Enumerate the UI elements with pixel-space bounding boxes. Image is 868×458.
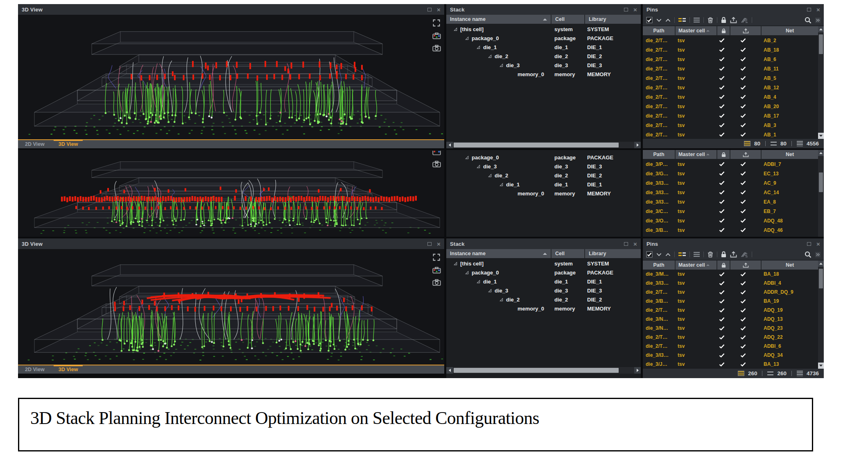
- table-row[interactable]: die_3/G… tsv BB_42: [643, 235, 818, 237]
- table-row[interactable]: die_3/I3… tsv AC_9: [643, 178, 818, 188]
- expander-icon[interactable]: [454, 27, 457, 31]
- check-icon[interactable]: [716, 132, 728, 137]
- camera-icon[interactable]: [432, 279, 441, 286]
- check-icon[interactable]: [728, 290, 758, 295]
- more-icon[interactable]: [815, 18, 821, 23]
- color-camera-icon[interactable]: [432, 267, 441, 274]
- horizontal-scrollbar[interactable]: [446, 367, 641, 374]
- check-icon[interactable]: [728, 344, 758, 349]
- float-window-icon[interactable]: [427, 242, 432, 246]
- check-icon[interactable]: [728, 281, 758, 286]
- expander-icon[interactable]: [500, 298, 503, 302]
- export-icon[interactable]: [730, 251, 737, 258]
- table-row[interactable]: die_2/T… tsv ADBI_6: [643, 342, 818, 351]
- table-row[interactable]: die_3/I3… tsv EA_8: [643, 197, 818, 206]
- column-header-net[interactable]: Net: [762, 150, 818, 159]
- column-header-master-cell[interactable]: Master cell: [676, 26, 717, 35]
- check-icon[interactable]: [728, 362, 758, 367]
- check-icon[interactable]: [716, 171, 728, 176]
- table-row[interactable]: die_3/M… tsv BA_18: [643, 270, 818, 279]
- camera-icon[interactable]: [432, 45, 441, 52]
- check-icon[interactable]: [728, 228, 758, 232]
- check-icon[interactable]: [716, 335, 728, 340]
- assign-icon[interactable]: [741, 252, 748, 258]
- check-icon[interactable]: [728, 326, 758, 331]
- check-icon[interactable]: [728, 85, 758, 90]
- horizontal-scrollbar[interactable]: [446, 142, 641, 148]
- check-icon[interactable]: [728, 308, 758, 313]
- stack-tree-row[interactable]: [this cell] system SYSTEM: [446, 25, 641, 34]
- column-header-lock[interactable]: [717, 261, 730, 270]
- scroll-down-button[interactable]: [818, 363, 824, 369]
- check-icon[interactable]: [728, 48, 758, 52]
- check-icon[interactable]: [716, 344, 728, 349]
- check-icon[interactable]: [716, 38, 728, 43]
- scroll-left-button[interactable]: [446, 367, 453, 374]
- table-row[interactable]: die_3/B… tsv BA_19: [643, 297, 818, 306]
- delete-icon[interactable]: [708, 251, 713, 258]
- check-icon[interactable]: [728, 57, 758, 61]
- column-header-lock[interactable]: [717, 26, 730, 35]
- table-row[interactable]: die_2/T… tsv AB_5: [643, 73, 818, 83]
- table-row[interactable]: die_2/T… tsv AB_18: [643, 45, 818, 54]
- column-header-cell[interactable]: Cell: [552, 15, 584, 24]
- stack-tree-row[interactable]: die_2 die_2 DIE_2: [446, 171, 641, 180]
- table-row[interactable]: die_3/B… tsv ADQ_46: [643, 225, 818, 235]
- expander-icon[interactable]: [488, 54, 492, 58]
- check-icon[interactable]: [728, 113, 758, 118]
- scroll-up-button[interactable]: [818, 26, 824, 32]
- expand-all-icon[interactable]: [656, 18, 662, 22]
- lock-icon[interactable]: [721, 251, 726, 258]
- 3d-viewport-3[interactable]: [18, 249, 444, 365]
- expander-icon[interactable]: [500, 63, 503, 67]
- check-icon[interactable]: [716, 123, 728, 127]
- check-icon[interactable]: [728, 132, 758, 137]
- stack-tree-row[interactable]: die_3 die_3 DIE_3: [446, 286, 641, 295]
- stack-tree-row[interactable]: package_0 package PACKAGE: [446, 34, 641, 43]
- column-header-cell[interactable]: Cell: [552, 249, 584, 258]
- scrollbar-thumb[interactable]: [819, 172, 823, 192]
- table-row[interactable]: die_3/G… tsv EC_13: [643, 169, 818, 178]
- check-icon[interactable]: [728, 162, 758, 166]
- table-row[interactable]: die_3/J… tsv BA_13: [643, 360, 818, 369]
- stack-tree-row[interactable]: die_1 die_1 DIE_1: [446, 43, 641, 52]
- export-icon[interactable]: [730, 17, 737, 23]
- collapse-all-icon[interactable]: [665, 18, 671, 22]
- check-icon[interactable]: [728, 299, 758, 304]
- float-window-icon[interactable]: [427, 8, 432, 11]
- stack-tree-row[interactable]: die_3 die_3 DIE_3: [446, 61, 641, 70]
- view-tab[interactable]: 2D View: [18, 140, 52, 148]
- plain-rows-icon[interactable]: [694, 18, 700, 23]
- check-icon[interactable]: [728, 123, 758, 127]
- check-icon[interactable]: [716, 181, 728, 185]
- scrollbar-thumb[interactable]: [454, 368, 619, 373]
- column-header-export[interactable]: [730, 26, 761, 35]
- search-icon[interactable]: [805, 251, 811, 258]
- float-window-icon[interactable]: [624, 242, 628, 246]
- stack-tree-row[interactable]: memory_0 memory MEMORY: [446, 70, 641, 79]
- check-icon[interactable]: [716, 353, 728, 358]
- close-icon[interactable]: ×: [633, 241, 637, 247]
- 3d-viewport-2[interactable]: [18, 150, 444, 237]
- plain-rows-icon[interactable]: [694, 252, 700, 257]
- scrollbar-thumb[interactable]: [819, 34, 823, 54]
- check-icon[interactable]: [728, 353, 758, 358]
- expander-icon[interactable]: [454, 262, 457, 265]
- check-icon[interactable]: [716, 85, 728, 90]
- scroll-up-button[interactable]: [818, 261, 824, 267]
- stack-tree-row[interactable]: die_1 die_1 DIE_1: [446, 277, 641, 286]
- color-camera-icon[interactable]: [432, 151, 441, 155]
- column-header-export[interactable]: [730, 261, 761, 270]
- check-icon[interactable]: [728, 218, 758, 223]
- check-icon[interactable]: [716, 76, 728, 80]
- column-header-library[interactable]: Library: [585, 15, 641, 24]
- table-row[interactable]: die_2/T… tsv ADQ_19: [643, 306, 818, 315]
- check-icon[interactable]: [728, 181, 758, 185]
- view-tab[interactable]: 2D View: [18, 365, 52, 374]
- vertical-scrollbar[interactable]: [818, 26, 824, 139]
- expander-icon[interactable]: [477, 280, 480, 283]
- check-icon[interactable]: [728, 317, 758, 322]
- expander-icon[interactable]: [465, 271, 469, 274]
- table-row[interactable]: die_3/I3… tsv AC_14: [643, 188, 818, 197]
- view-tab[interactable]: 3D View: [52, 365, 85, 374]
